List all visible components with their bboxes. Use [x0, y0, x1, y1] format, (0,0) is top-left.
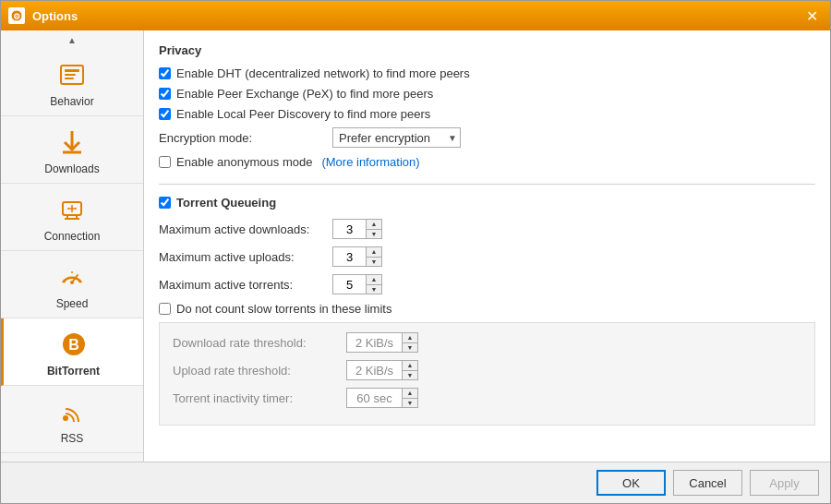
more-info-link[interactable]: (More information)	[321, 155, 419, 169]
bottom-bar: OK Cancel Apply	[1, 462, 830, 503]
svg-text:⚙: ⚙	[13, 12, 20, 21]
ok-button[interactable]: OK	[596, 470, 666, 496]
cancel-button[interactable]: Cancel	[673, 470, 742, 496]
download-threshold-increment[interactable]: ▲	[403, 333, 417, 342]
window-icon: ⚙	[8, 7, 25, 24]
max-downloads-decrement[interactable]: ▼	[367, 229, 381, 238]
queueing-label[interactable]: Torrent Queueing	[176, 196, 276, 210]
dht-checkbox-row: Enable DHT (decentralized network) to fi…	[159, 66, 815, 80]
upload-threshold-input[interactable]	[346, 360, 402, 380]
privacy-section: Privacy Enable DHT (decentralized networ…	[159, 43, 815, 169]
download-threshold-label: Download rate threshold:	[173, 336, 339, 350]
max-downloads-row: Maximum active downloads: ▲ ▼	[159, 219, 815, 239]
close-button[interactable]: ✕	[801, 5, 823, 27]
dht-checkbox[interactable]	[159, 67, 171, 79]
slow-label[interactable]: Do not count slow torrents in these limi…	[176, 302, 391, 316]
options-window: ⚙ Options ✕ ▲ Behavior	[0, 0, 831, 504]
window-body: ▲ Behavior	[1, 30, 830, 462]
content-scroll-area[interactable]: Privacy Enable DHT (decentralized networ…	[144, 30, 830, 462]
anon-label[interactable]: Enable anonymous mode	[176, 155, 312, 169]
sidebar-item-speed[interactable]: Speed	[1, 251, 143, 318]
encryption-mode-select[interactable]: Prefer encryption Force encryption Disab…	[332, 127, 461, 148]
section-divider-1	[159, 184, 815, 185]
inactivity-input[interactable]	[346, 388, 402, 408]
svg-rect-4	[65, 74, 76, 76]
svg-point-15	[70, 281, 74, 284]
slow-checkbox-row: Do not count slow torrents in these limi…	[159, 302, 815, 316]
download-threshold-input[interactable]	[346, 332, 402, 353]
max-downloads-spinbox-btns: ▲ ▼	[366, 219, 382, 239]
anon-checkbox-row: Enable anonymous mode (More information)	[159, 155, 815, 169]
max-torrents-row: Maximum active torrents: ▲ ▼	[159, 274, 815, 294]
max-torrents-label: Maximum active torrents:	[159, 278, 325, 292]
connection-icon	[55, 193, 89, 226]
encryption-mode-label: Encryption mode:	[159, 131, 325, 145]
sidebar-item-bittorrent-label: BitTorrent	[47, 365, 100, 378]
local-peer-checkbox[interactable]	[159, 108, 171, 120]
download-threshold-spinbox-btns: ▲ ▼	[402, 332, 418, 353]
sidebar-item-connection-label: Connection	[44, 230, 101, 243]
encryption-mode-row: Encryption mode: Prefer encryption Force…	[159, 127, 815, 148]
encryption-mode-dropdown-wrapper: Prefer encryption Force encryption Disab…	[332, 127, 461, 148]
queueing-checkbox[interactable]	[159, 197, 171, 209]
sidebar: ▲ Behavior	[1, 30, 144, 462]
threshold-sub-section: Download rate threshold: ▲ ▼ Upload rate…	[159, 322, 815, 426]
upload-threshold-increment[interactable]: ▲	[403, 361, 417, 370]
max-downloads-label: Maximum active downloads:	[159, 222, 325, 236]
svg-point-21	[63, 415, 68, 421]
window-title: Options	[32, 9, 801, 23]
upload-threshold-label: Upload rate threshold:	[173, 364, 339, 378]
max-uploads-spinbox-btns: ▲ ▼	[366, 246, 382, 267]
max-torrents-input[interactable]	[332, 274, 366, 294]
max-torrents-decrement[interactable]: ▼	[367, 284, 381, 294]
downloads-icon	[55, 126, 89, 159]
max-torrents-spinbox: ▲ ▼	[332, 274, 382, 294]
pex-checkbox[interactable]	[159, 88, 171, 100]
main-content: Privacy Enable DHT (decentralized networ…	[144, 30, 830, 462]
max-torrents-increment[interactable]: ▲	[367, 275, 381, 284]
sidebar-scroll-up[interactable]: ▲	[1, 30, 143, 49]
inactivity-increment[interactable]: ▲	[403, 389, 417, 398]
queueing-section: Torrent Queueing Maximum active download…	[159, 196, 815, 426]
svg-text:B: B	[68, 337, 79, 353]
sidebar-item-rss-label: RSS	[61, 432, 84, 445]
pex-label[interactable]: Enable Peer Exchange (PeX) to find more …	[176, 87, 433, 101]
local-peer-label[interactable]: Enable Local Peer Discovery to find more…	[176, 107, 430, 121]
inactivity-row: Torrent inactivity timer: ▲ ▼	[173, 388, 801, 408]
inactivity-decrement[interactable]: ▼	[403, 398, 417, 407]
download-threshold-row: Download rate threshold: ▲ ▼	[173, 332, 801, 353]
anon-checkbox[interactable]	[159, 156, 171, 168]
sidebar-item-downloads[interactable]: Downloads	[1, 116, 143, 184]
sidebar-item-bittorrent[interactable]: B BitTorrent	[1, 318, 143, 386]
sidebar-item-downloads-label: Downloads	[44, 162, 99, 175]
max-uploads-input[interactable]	[332, 246, 366, 267]
download-threshold-decrement[interactable]: ▼	[403, 342, 417, 352]
inactivity-spinbox: ▲ ▼	[346, 388, 418, 408]
dht-label[interactable]: Enable DHT (decentralized network) to fi…	[176, 66, 470, 80]
svg-rect-3	[65, 69, 79, 72]
max-downloads-input[interactable]	[332, 219, 366, 239]
sidebar-item-behavior-label: Behavior	[50, 95, 93, 108]
slow-checkbox[interactable]	[159, 303, 171, 315]
sidebar-item-behavior[interactable]: Behavior	[1, 49, 143, 116]
sidebar-item-connection[interactable]: Connection	[1, 184, 143, 251]
queueing-checkbox-row: Torrent Queueing	[159, 196, 815, 210]
upload-threshold-decrement[interactable]: ▼	[403, 370, 417, 379]
behavior-icon	[55, 58, 89, 91]
max-uploads-decrement[interactable]: ▼	[367, 257, 381, 266]
max-downloads-increment[interactable]: ▲	[367, 220, 381, 229]
max-uploads-label: Maximum active uploads:	[159, 250, 325, 264]
svg-rect-5	[65, 78, 74, 79]
max-uploads-spinbox: ▲ ▼	[332, 246, 382, 267]
sidebar-item-speed-label: Speed	[56, 297, 89, 310]
sidebar-item-rss[interactable]: RSS	[1, 386, 143, 453]
upload-threshold-row: Upload rate threshold: ▲ ▼	[173, 360, 801, 380]
sidebar-item-tools[interactable]	[1, 453, 143, 462]
local-peer-checkbox-row: Enable Local Peer Discovery to find more…	[159, 107, 815, 121]
max-uploads-increment[interactable]: ▲	[367, 247, 381, 257]
max-torrents-spinbox-btns: ▲ ▼	[366, 274, 382, 294]
upload-threshold-spinbox: ▲ ▼	[346, 360, 418, 380]
apply-button[interactable]: Apply	[750, 470, 819, 496]
max-uploads-row: Maximum active uploads: ▲ ▼	[159, 246, 815, 267]
inactivity-label: Torrent inactivity timer:	[173, 391, 339, 405]
